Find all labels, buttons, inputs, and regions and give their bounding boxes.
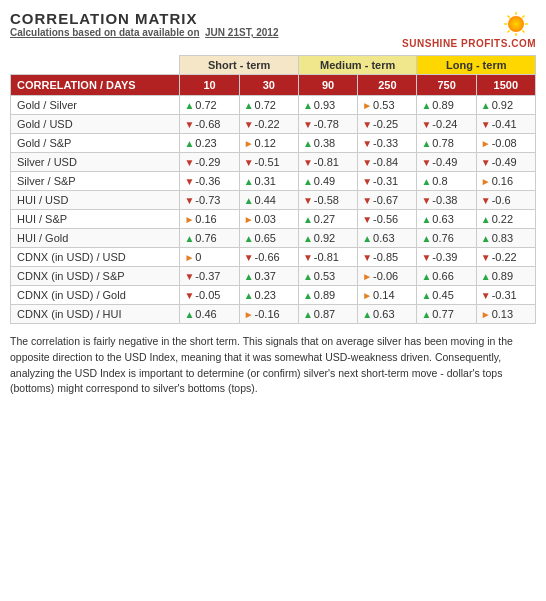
correlation-value: 0.63 bbox=[373, 308, 394, 320]
col-250: 250 bbox=[358, 75, 417, 96]
direction-arrow: ▼ bbox=[184, 271, 194, 282]
title-block: CORRELATION MATRIX Calculations based on… bbox=[10, 10, 278, 38]
header: CORRELATION MATRIX Calculations based on… bbox=[10, 10, 536, 49]
correlation-value: -0.56 bbox=[373, 213, 398, 225]
val-cell: ▼-0.78 bbox=[298, 115, 357, 134]
correlation-value: -0.51 bbox=[255, 156, 280, 168]
long-term-header: Long - term bbox=[417, 56, 536, 75]
val-cell: ►0.53 bbox=[358, 96, 417, 115]
correlation-value: -0.41 bbox=[492, 118, 517, 130]
correlation-matrix-table: Short - term Medium - term Long - term C… bbox=[10, 55, 536, 324]
correlation-value: 0.77 bbox=[432, 308, 453, 320]
val-cell: ▲0.37 bbox=[239, 267, 298, 286]
correlation-value: 0.65 bbox=[255, 232, 276, 244]
val-cell: ▲0.78 bbox=[417, 134, 476, 153]
row-label: CDNX (in USD) / Gold bbox=[11, 286, 180, 305]
val-cell: ▲0.63 bbox=[358, 305, 417, 324]
direction-arrow: ▲ bbox=[303, 309, 313, 320]
val-cell: ▼-0.31 bbox=[358, 172, 417, 191]
val-cell: ▼-0.37 bbox=[180, 267, 239, 286]
table-row: HUI / Gold▲0.76▲0.65▲0.92▲0.63▲0.76▲0.83 bbox=[11, 229, 536, 248]
val-cell: ►-0.08 bbox=[476, 134, 535, 153]
direction-arrow: ▲ bbox=[303, 100, 313, 111]
val-cell: ▼-0.49 bbox=[476, 153, 535, 172]
val-cell: ▼-0.81 bbox=[298, 153, 357, 172]
correlation-value: 0.12 bbox=[255, 137, 276, 149]
table-row: Gold / Silver▲0.72▲0.72▲0.93►0.53▲0.89▲0… bbox=[11, 96, 536, 115]
row-label: Gold / Silver bbox=[11, 96, 180, 115]
val-cell: ►0.12 bbox=[239, 134, 298, 153]
val-cell: ▼-0.36 bbox=[180, 172, 239, 191]
correlation-value: 0.16 bbox=[492, 175, 513, 187]
direction-arrow: ► bbox=[481, 176, 491, 187]
direction-arrow: ▼ bbox=[244, 252, 254, 263]
svg-line-6 bbox=[522, 30, 524, 32]
val-cell: ▼-0.6 bbox=[476, 191, 535, 210]
direction-arrow: ▲ bbox=[481, 271, 491, 282]
direction-arrow: ► bbox=[362, 100, 372, 111]
direction-arrow: ▲ bbox=[244, 195, 254, 206]
direction-arrow: ► bbox=[244, 138, 254, 149]
row-label: Silver / USD bbox=[11, 153, 180, 172]
val-cell: ►-0.06 bbox=[358, 267, 417, 286]
direction-arrow: ▼ bbox=[184, 290, 194, 301]
val-cell: ▼-0.81 bbox=[298, 248, 357, 267]
table-row: Silver / USD▼-0.29▼-0.51▼-0.81▼-0.84▼-0.… bbox=[11, 153, 536, 172]
direction-arrow: ▲ bbox=[421, 271, 431, 282]
subtitle-date: JUN 21ST, 2012 bbox=[205, 27, 278, 38]
correlation-value: -0.31 bbox=[492, 289, 517, 301]
correlation-value: -0.38 bbox=[432, 194, 457, 206]
row-label: HUI / Gold bbox=[11, 229, 180, 248]
col-header-row: CORRELATION / DAYS 10 30 90 250 750 1500 bbox=[11, 75, 536, 96]
correlation-value: 0.23 bbox=[195, 137, 216, 149]
val-cell: ▲0.89 bbox=[476, 267, 535, 286]
direction-arrow: ▲ bbox=[303, 233, 313, 244]
correlation-value: -0.84 bbox=[373, 156, 398, 168]
direction-arrow: ▲ bbox=[481, 100, 491, 111]
val-cell: ▼-0.31 bbox=[476, 286, 535, 305]
correlation-value: 0.16 bbox=[195, 213, 216, 225]
correlation-value: 0 bbox=[195, 251, 201, 263]
col-correlation-days: CORRELATION / DAYS bbox=[11, 75, 180, 96]
val-cell: ▲0.89 bbox=[417, 96, 476, 115]
direction-arrow: ▲ bbox=[244, 176, 254, 187]
table-row: CDNX (in USD) / Gold▼-0.05▲0.23▲0.89►0.1… bbox=[11, 286, 536, 305]
direction-arrow: ▼ bbox=[481, 195, 491, 206]
correlation-value: 0.14 bbox=[373, 289, 394, 301]
val-cell: ▼-0.68 bbox=[180, 115, 239, 134]
direction-arrow: ▼ bbox=[481, 252, 491, 263]
val-cell: ▲0.92 bbox=[298, 229, 357, 248]
val-cell: ▲0.31 bbox=[239, 172, 298, 191]
correlation-value: 0.87 bbox=[314, 308, 335, 320]
correlation-value: -0.24 bbox=[432, 118, 457, 130]
direction-arrow: ▼ bbox=[362, 195, 372, 206]
correlation-value: 0.63 bbox=[373, 232, 394, 244]
val-cell: ▲0.83 bbox=[476, 229, 535, 248]
table-row: CDNX (in USD) / USD►0▼-0.66▼-0.81▼-0.85▼… bbox=[11, 248, 536, 267]
short-term-header: Short - term bbox=[180, 56, 299, 75]
correlation-value: 0.49 bbox=[314, 175, 335, 187]
direction-arrow: ▼ bbox=[303, 252, 313, 263]
direction-arrow: ▼ bbox=[244, 119, 254, 130]
val-cell: ▲0.23 bbox=[180, 134, 239, 153]
direction-arrow: ▼ bbox=[303, 157, 313, 168]
empty-corner bbox=[11, 56, 180, 75]
direction-arrow: ▲ bbox=[421, 290, 431, 301]
medium-term-header: Medium - term bbox=[298, 56, 417, 75]
correlation-value: -0.6 bbox=[492, 194, 511, 206]
val-cell: ▼-0.39 bbox=[417, 248, 476, 267]
direction-arrow: ▼ bbox=[184, 195, 194, 206]
val-cell: ▲0.92 bbox=[476, 96, 535, 115]
direction-arrow: ▲ bbox=[421, 309, 431, 320]
direction-arrow: ▼ bbox=[481, 290, 491, 301]
direction-arrow: ▲ bbox=[421, 100, 431, 111]
direction-arrow: ▲ bbox=[184, 138, 194, 149]
val-cell: ▲0.63 bbox=[417, 210, 476, 229]
correlation-value: 0.46 bbox=[195, 308, 216, 320]
direction-arrow: ▼ bbox=[421, 157, 431, 168]
correlation-value: 0.72 bbox=[195, 99, 216, 111]
svg-line-7 bbox=[522, 16, 524, 18]
direction-arrow: ▲ bbox=[362, 309, 372, 320]
correlation-value: 0.76 bbox=[195, 232, 216, 244]
val-cell: ▲0.8 bbox=[417, 172, 476, 191]
